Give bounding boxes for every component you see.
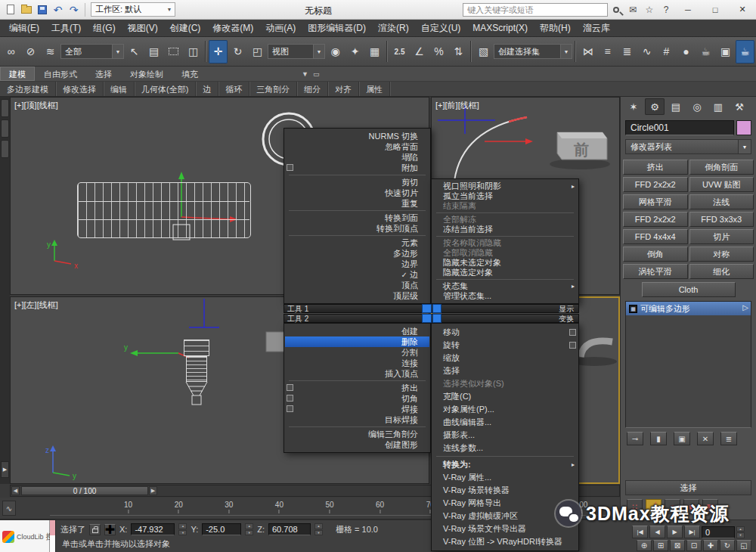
modifier-button[interactable]: 细化 bbox=[689, 264, 754, 279]
element-subobject-icon[interactable]: ▦ bbox=[702, 499, 718, 514]
modifier-button[interactable]: FFD 2x2x2 bbox=[623, 212, 688, 227]
quad-item[interactable]: 转换到面 bbox=[285, 212, 429, 223]
tab-hierarchy-icon[interactable]: ▤ bbox=[666, 98, 686, 115]
quad-item[interactable]: 目标焊接 bbox=[285, 414, 429, 425]
settings-box-icon[interactable] bbox=[569, 329, 576, 336]
modifier-button[interactable]: 倒角剖面 bbox=[689, 160, 754, 175]
tab-display-icon[interactable]: ▥ bbox=[708, 98, 728, 115]
quad-item[interactable]: 隐藏选定对象 bbox=[432, 268, 578, 278]
menu-item[interactable]: 修改器(M) bbox=[206, 20, 259, 37]
quad-item[interactable]: 摄影表... bbox=[432, 429, 578, 442]
select-and-scale-icon[interactable]: ◰ bbox=[248, 40, 267, 64]
quad-item[interactable]: 冻结当前选择 bbox=[432, 225, 578, 234]
snap-toggle-2.5d-icon[interactable]: 2.5 bbox=[390, 40, 409, 64]
new-file-icon[interactable] bbox=[2, 2, 18, 17]
quad-item[interactable]: ✓边 bbox=[285, 269, 429, 280]
tab-utilities-icon[interactable]: ⚒ bbox=[730, 98, 749, 115]
ribbon-panel[interactable]: 边 bbox=[196, 82, 218, 96]
selection-rollout-header[interactable]: 选择 bbox=[625, 480, 751, 495]
select-and-rotate-icon[interactable]: ↻ bbox=[228, 40, 247, 64]
quad-item[interactable]: 附加 bbox=[285, 163, 429, 173]
quad-item[interactable]: 结束隔离 bbox=[432, 201, 578, 211]
z-spinner[interactable]: ▲▼ bbox=[314, 523, 323, 535]
modifier-button[interactable]: 法线 bbox=[689, 194, 754, 209]
ribbon-tab[interactable]: 自由形式 bbox=[35, 67, 86, 81]
quad-item[interactable]: 转换为:▸ bbox=[432, 458, 578, 471]
modifier-button[interactable]: FFD 3x3x3 bbox=[689, 212, 754, 227]
rectangular-selection-region-icon[interactable] bbox=[164, 40, 183, 64]
settings-box-icon[interactable] bbox=[569, 342, 576, 349]
named-selection-sets-dropdown[interactable]: 创建选择集 ▼ bbox=[494, 44, 572, 59]
tab-create-icon[interactable]: ✶ bbox=[624, 98, 643, 115]
ribbon-panel[interactable]: 三角剖分 bbox=[249, 82, 297, 96]
viewport-label[interactable]: [+][顶][线框] bbox=[14, 100, 58, 111]
cloudlib-panel[interactable]: CloudLib 搜 bbox=[0, 520, 50, 552]
settings-box-icon[interactable] bbox=[287, 164, 293, 171]
quad-header-tools2[interactable]: 工具 2 bbox=[284, 315, 432, 322]
viewport-label[interactable]: [+][前][线框] bbox=[435, 100, 479, 111]
vertex-subobject-icon[interactable]: ∷ bbox=[627, 499, 643, 514]
object-color-swatch[interactable] bbox=[736, 120, 751, 135]
quad-item[interactable]: 顶点 bbox=[285, 280, 429, 290]
align-icon[interactable]: ≡ bbox=[598, 40, 617, 64]
x-spinner[interactable]: ▲▼ bbox=[178, 523, 187, 535]
selection-lock-icon[interactable] bbox=[89, 524, 101, 535]
quad-item[interactable]: 克隆(C) bbox=[432, 390, 578, 403]
modifier-button[interactable]: 涡轮平滑 bbox=[623, 264, 688, 279]
maximize-viewport-icon[interactable]: ◱ bbox=[736, 540, 751, 551]
modifier-button[interactable]: 切片 bbox=[689, 229, 754, 244]
current-frame-field[interactable]: 0 bbox=[702, 526, 735, 538]
pin-stack-icon[interactable]: ⊸ bbox=[627, 432, 643, 445]
ribbon-tab[interactable]: 选择 bbox=[86, 67, 121, 81]
quad-item[interactable]: 创建 bbox=[285, 326, 429, 336]
select-and-manipulate-icon[interactable]: ✦ bbox=[345, 40, 364, 64]
show-end-result-icon[interactable]: ▮ bbox=[650, 432, 667, 445]
zoom-region-icon[interactable]: ⊡ bbox=[686, 540, 702, 551]
minimize-button[interactable]: ─ bbox=[674, 1, 702, 19]
remove-modifier-icon[interactable]: ✕ bbox=[697, 432, 714, 445]
quad-item[interactable]: 连接 bbox=[285, 358, 429, 368]
quad-header-transform[interactable]: 变换 bbox=[432, 315, 579, 322]
reference-coordinate-dropdown[interactable]: 视图 ▼ bbox=[268, 44, 325, 59]
quad-header-display[interactable]: 显示 bbox=[432, 305, 579, 312]
zoom-icon[interactable]: ⊕ bbox=[637, 540, 652, 551]
settings-box-icon[interactable] bbox=[287, 384, 293, 391]
menu-item[interactable]: MAXScript(X) bbox=[466, 20, 534, 36]
mirror-icon[interactable]: ⋈ bbox=[578, 40, 597, 64]
quad-item[interactable]: 元素 bbox=[285, 237, 429, 248]
search-icon[interactable] bbox=[608, 2, 624, 17]
ribbon-tab[interactable]: 对象绘制 bbox=[121, 67, 172, 81]
modifier-button[interactable]: 挤出 bbox=[623, 160, 688, 175]
maxscript-mini-listener[interactable] bbox=[50, 520, 56, 552]
ribbon-panel[interactable]: 多边形建模 bbox=[0, 82, 56, 96]
undo-icon[interactable]: ↶ bbox=[50, 2, 66, 17]
menu-item[interactable]: 渲染(R) bbox=[372, 20, 415, 37]
menu-item[interactable]: 组(G) bbox=[87, 20, 121, 37]
menu-item[interactable]: 视图(V) bbox=[122, 20, 164, 37]
quad-item[interactable]: 分割 bbox=[285, 347, 429, 358]
curve-editor-icon[interactable]: ∿ bbox=[637, 40, 656, 64]
stack-pin-icon[interactable]: ▷ bbox=[742, 303, 748, 312]
quad-item[interactable]: 忽略背面 bbox=[285, 141, 429, 152]
render-setup-icon[interactable]: ☕ bbox=[696, 40, 715, 64]
menu-item[interactable]: 溜云库 bbox=[577, 20, 616, 37]
ribbon-panel[interactable]: 对齐 bbox=[328, 82, 359, 96]
mini-curve-editor-icon[interactable]: ∿ bbox=[2, 501, 16, 516]
quad-item[interactable]: V-Ray 属性... bbox=[432, 471, 578, 484]
settings-box-icon[interactable] bbox=[287, 395, 293, 402]
object-name-field[interactable]: Circle001 bbox=[625, 120, 734, 135]
quad-item[interactable]: 挤出 bbox=[285, 383, 429, 393]
modifier-button[interactable]: 对称 bbox=[689, 247, 754, 262]
select-and-link-icon[interactable]: ∞ bbox=[2, 40, 20, 64]
help-icon[interactable]: ? bbox=[658, 2, 674, 17]
select-and-move-icon[interactable]: ✛ bbox=[209, 40, 228, 64]
modifier-button[interactable]: 倒角 bbox=[623, 247, 688, 262]
y-spinner[interactable]: ▲▼ bbox=[245, 523, 253, 535]
quad-item[interactable]: 隐藏未选定对象 bbox=[432, 258, 578, 268]
menu-item[interactable]: 帮助(H) bbox=[534, 20, 577, 37]
search-input[interactable] bbox=[463, 3, 608, 17]
quad-item[interactable]: 状态集▸ bbox=[432, 281, 578, 291]
selection-filter-dropdown[interactable]: 全部 ▼ bbox=[60, 44, 124, 59]
material-editor-icon[interactable]: ● bbox=[677, 40, 696, 64]
quad-item[interactable]: 移动 bbox=[432, 326, 578, 339]
